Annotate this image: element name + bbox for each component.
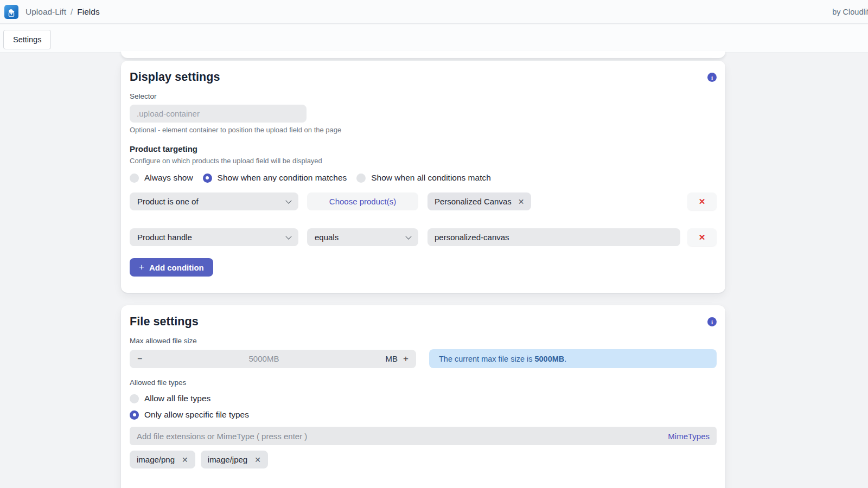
radio-label: Show when any condition matches: [218, 173, 347, 183]
radio-selected-icon: [203, 174, 212, 183]
file-type-tag-label: image/jpeg: [208, 455, 247, 464]
product-tag-label: Personalized Canvas: [435, 197, 512, 206]
allowed-file-types-radio-group: Allow all file types Only allow specific…: [130, 394, 717, 420]
radio-circle-icon: [130, 394, 139, 403]
chevron-down-icon: [405, 233, 411, 239]
upload-lift-app-icon: [4, 5, 18, 19]
display-settings-card: Display settings i Selector Optional - e…: [121, 61, 725, 293]
select-value: Product is one of: [137, 197, 199, 206]
radio-always-show[interactable]: Always show: [130, 173, 193, 183]
file-size-stepper: − 5000MB MB +: [130, 350, 416, 368]
mime-type-input[interactable]: [137, 432, 668, 441]
tag-close-icon[interactable]: ✕: [254, 455, 261, 464]
breadcrumb-separator: /: [71, 7, 73, 17]
breadcrumb-app-name[interactable]: Upload-Lift: [25, 7, 66, 17]
radio-specific-types[interactable]: Only allow specific file types: [130, 410, 717, 420]
select-value: Product handle: [137, 233, 192, 242]
condition-value-input[interactable]: [427, 228, 680, 246]
radio-allow-all-types[interactable]: Allow all file types: [130, 394, 717, 403]
info-icon[interactable]: i: [707, 73, 717, 82]
remove-condition-button[interactable]: ✕: [687, 228, 717, 246]
mime-type-input-row: MimeTypes: [130, 427, 717, 445]
add-condition-button[interactable]: + Add condition: [130, 258, 213, 277]
page-title: Fields: [77, 7, 99, 17]
remove-condition-button[interactable]: ✕: [687, 192, 717, 210]
increment-icon[interactable]: +: [403, 354, 409, 364]
mime-types-link[interactable]: MimeTypes: [668, 432, 710, 441]
condition-field-select[interactable]: Product is one of: [130, 192, 298, 210]
decrement-icon[interactable]: −: [137, 354, 142, 364]
previous-card-bottom-edge: [121, 51, 725, 58]
file-settings-title: File settings: [130, 315, 199, 329]
radio-label: Show when all conditions match: [371, 173, 491, 183]
radio-selected-icon: [130, 410, 139, 420]
file-size-value[interactable]: 5000MB: [142, 354, 385, 363]
top-bar: Upload-Lift / Fields by Cloudlift: [0, 0, 868, 24]
select-value: equals: [315, 233, 339, 242]
tag-close-icon[interactable]: ✕: [518, 197, 525, 206]
radio-circle-icon: [130, 174, 139, 183]
selector-label: Selector: [130, 92, 717, 100]
radio-label: Allow all file types: [144, 394, 210, 403]
product-tag: Personalized Canvas ✕: [427, 192, 531, 210]
radio-all-conditions[interactable]: Show when all conditions match: [356, 173, 491, 183]
file-type-tag: image/png ✕: [130, 451, 195, 468]
banner-text: The current max file size is 5000MB.: [439, 355, 566, 363]
chevron-down-icon: [285, 233, 291, 239]
tag-close-icon[interactable]: ✕: [182, 455, 188, 464]
byline-text: by Cloudlift: [832, 8, 868, 16]
display-settings-title: Display settings: [130, 70, 220, 84]
condition-row: Product is one of Choose product(s) Pers…: [130, 192, 717, 210]
condition-row: Product handle equals ✕: [130, 228, 717, 246]
product-targeting-radio-group: Always show Show when any condition matc…: [130, 173, 717, 183]
cloud-upload-glyph: [6, 7, 17, 17]
info-icon[interactable]: i: [707, 317, 717, 326]
tab-row: Settings: [0, 24, 868, 53]
breadcrumb: Upload-Lift / Fields: [25, 7, 100, 17]
file-type-tag-label: image/png: [137, 455, 175, 464]
file-size-unit: MB: [386, 354, 398, 363]
plus-icon: +: [139, 262, 144, 273]
condition-field-select[interactable]: Product handle: [130, 228, 298, 246]
radio-any-condition[interactable]: Show when any condition matches: [203, 173, 347, 183]
file-settings-card: File settings i Max allowed file size − …: [121, 305, 725, 488]
max-file-size-banner: The current max file size is 5000MB.: [429, 349, 717, 368]
file-type-tags-row: image/png ✕ image/jpeg ✕: [130, 451, 717, 468]
product-targeting-label: Product targeting: [130, 144, 717, 153]
choose-products-button[interactable]: Choose product(s): [307, 192, 418, 210]
radio-circle-icon: [356, 174, 366, 183]
radio-label: Only allow specific file types: [144, 410, 249, 420]
radio-label: Always show: [144, 173, 193, 183]
selector-input[interactable]: [130, 105, 307, 123]
condition-operator-select[interactable]: equals: [307, 228, 418, 246]
add-condition-label: Add condition: [149, 263, 204, 272]
max-file-size-row: − 5000MB MB + The current max file size …: [130, 349, 717, 368]
product-targeting-help-text: Configure on which products the upload f…: [130, 157, 717, 165]
file-type-tag: image/jpeg ✕: [201, 451, 268, 468]
selector-help-text: Optional - element container to position…: [130, 126, 717, 134]
allowed-file-types-label: Allowed file types: [130, 378, 717, 387]
chevron-down-icon: [285, 197, 291, 203]
max-file-size-label: Max allowed file size: [130, 337, 717, 345]
tab-settings[interactable]: Settings: [3, 30, 51, 49]
